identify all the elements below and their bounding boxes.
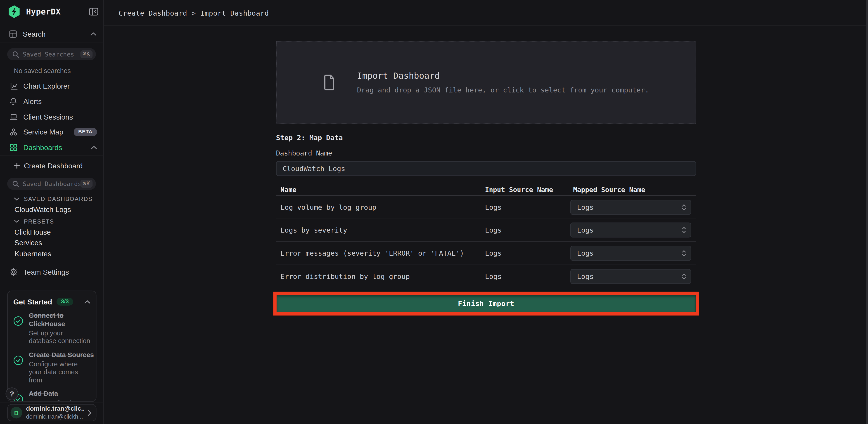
preset-link-kubernetes[interactable]: Kubernetes (14, 249, 51, 258)
dropzone-subtitle: Drag and drop a JSON file here, or click… (357, 86, 649, 94)
plus-icon (14, 163, 20, 169)
dashboard-name-input[interactable] (276, 161, 696, 176)
table-row: Error distribution by log group Logs Log… (276, 265, 696, 288)
search-section-label: Search (23, 30, 45, 38)
breadcrumb: Create Dashboard>Import Dashboard (119, 9, 269, 17)
step-desc: Start sending logs, metrics, or traces (29, 399, 91, 402)
selected-value: Logs (577, 249, 682, 257)
file-icon (323, 74, 336, 91)
check-circle-icon (13, 355, 23, 384)
mapped-source-select[interactable]: Logs (570, 246, 691, 261)
sidebar-item-label: Client Sessions (23, 112, 73, 121)
check-circle-icon (13, 316, 23, 345)
gear-icon (9, 268, 18, 276)
divider (0, 156, 103, 156)
step-title: Add Data (29, 390, 91, 398)
mapped-source-select[interactable]: Logs (570, 223, 691, 237)
dropzone-texts: Import Dashboard Drag and drop a JSON fi… (357, 71, 649, 94)
sidebar-collapse-icon[interactable] (89, 7, 99, 16)
select-carets-icon (682, 250, 686, 257)
sidebar-item-alerts[interactable]: Alerts (0, 94, 103, 109)
table-header: Name Input Source Name Mapped Source Nam… (276, 185, 696, 196)
column-header-mapped-source: Mapped Source Name (570, 186, 696, 193)
mapped-source-select[interactable]: Logs (570, 200, 691, 215)
sidebar-item-label: Chart Explorer (23, 82, 70, 90)
step-desc: Set up your database connection (29, 329, 91, 345)
input-source-name: Logs (485, 226, 570, 234)
chevron-down-icon (14, 197, 20, 201)
app-root: HyperDX Search (0, 0, 868, 424)
group-saved-dashboards[interactable]: SAVED DASHBOARDS (14, 196, 93, 202)
create-dashboard-label: Create Dashboard (24, 161, 83, 170)
preset-link-clickhouse[interactable]: ClickHouse (14, 228, 51, 236)
select-carets-icon (682, 273, 686, 280)
service-map-icon (9, 128, 18, 136)
logo-row: HyperDX (7, 4, 99, 19)
sidebar-item-client-sessions[interactable]: Client Sessions (0, 109, 103, 124)
input-source-name: Logs (485, 272, 570, 281)
shortcut-kbd: ⌘K (80, 180, 93, 188)
sidebar-item-service-map[interactable]: Service Map BETA (0, 125, 103, 139)
help-button[interactable]: ? (6, 387, 18, 400)
column-header-input-source: Input Source Name (485, 186, 570, 193)
get-started-header[interactable]: Get Started 3/3 (13, 297, 90, 307)
mapped-source-select[interactable]: Logs (570, 269, 691, 284)
table-row: Log volume by log group Logs Logs (276, 196, 696, 219)
get-started-card: Get Started 3/3 Connect to ClickHouse Se… (7, 291, 97, 402)
finish-import-highlight: Finish Import (273, 292, 699, 316)
step-label: Step 2: Map Data (276, 133, 696, 142)
main-area: Create Dashboard>Import Dashboard Import… (104, 0, 866, 424)
preset-link-services[interactable]: Services (14, 239, 42, 247)
top-bar: Create Dashboard>Import Dashboard (104, 0, 866, 26)
team-settings-label: Team Settings (23, 268, 69, 276)
dashboards-icon (9, 143, 18, 152)
sidebar-section-search[interactable]: Search (9, 29, 96, 39)
chart-name: Logs by severity (276, 226, 485, 234)
avatar: D (11, 407, 22, 418)
create-dashboard-button[interactable]: Create Dashboard (14, 159, 83, 171)
user-texts: dominic.tran@clic... dominic.tran@clickh… (26, 405, 84, 420)
sidebar-item-chart-explorer[interactable]: Chart Explorer (0, 79, 103, 94)
input-source-name: Logs (485, 203, 570, 211)
user-email: dominic.tran@clickh... (26, 413, 84, 420)
get-started-progress-badge: 3/3 (57, 298, 73, 305)
get-started-step-add-data[interactable]: Add Data Start sending logs, metrics, or… (13, 390, 90, 402)
chevron-up-icon (90, 32, 96, 36)
sidebar-item-label: Dashboards (23, 143, 62, 152)
selected-value: Logs (577, 272, 682, 281)
saved-searches-placeholder: Saved Searches (23, 51, 80, 58)
no-saved-searches-text: No saved searches (14, 67, 71, 74)
chart-name: Log volume by log group (276, 203, 485, 211)
divider (0, 402, 103, 402)
laptop-icon (9, 113, 18, 121)
user-menu[interactable]: D dominic.tran@clic... dominic.tran@clic… (7, 404, 97, 421)
breadcrumb-create-dashboard[interactable]: Create Dashboard (119, 9, 187, 17)
scrollbar-track[interactable] (866, 0, 868, 424)
sidebar-item-dashboards[interactable]: Dashboards (0, 140, 103, 155)
get-started-step-sources[interactable]: Create Data Sources Configure where your… (13, 351, 90, 384)
json-dropzone[interactable]: Import Dashboard Drag and drop a JSON fi… (276, 41, 696, 124)
brand-title: HyperDX (26, 7, 61, 16)
user-name: dominic.tran@clic... (26, 405, 84, 413)
sidebar-item-team-settings[interactable]: Team Settings (0, 265, 103, 280)
saved-dashboards-input[interactable]: Saved Dashboards ⌘K (7, 177, 96, 190)
dropzone-title: Import Dashboard (357, 71, 649, 81)
select-carets-icon (682, 204, 686, 211)
selected-value: Logs (577, 226, 682, 234)
chart-name: Error messages (severity 'ERROR' or 'FAT… (276, 249, 485, 257)
group-presets[interactable]: PRESETS (14, 218, 54, 224)
search-icon (12, 51, 20, 58)
chevron-right-icon (88, 409, 91, 416)
dashboard-link-cloudwatch-logs[interactable]: CloudWatch Logs (14, 205, 71, 214)
saved-dashboards-placeholder: Saved Dashboards (23, 180, 80, 187)
get-started-step-connect[interactable]: Connect to ClickHouse Set up your databa… (13, 312, 90, 345)
chevron-up-icon (91, 145, 97, 149)
table-row: Error messages (severity 'ERROR' or 'FAT… (276, 242, 696, 265)
mapping-table: Name Input Source Name Mapped Source Nam… (276, 185, 696, 288)
import-dashboard-panel: Import Dashboard Drag and drop a JSON fi… (276, 26, 696, 316)
breadcrumb-separator: > (191, 9, 196, 17)
table-row: Logs by severity Logs Logs (276, 219, 696, 242)
saved-searches-input[interactable]: Saved Searches ⌘K (7, 48, 96, 60)
finish-import-button[interactable]: Finish Import (277, 295, 696, 312)
select-carets-icon (682, 226, 686, 234)
